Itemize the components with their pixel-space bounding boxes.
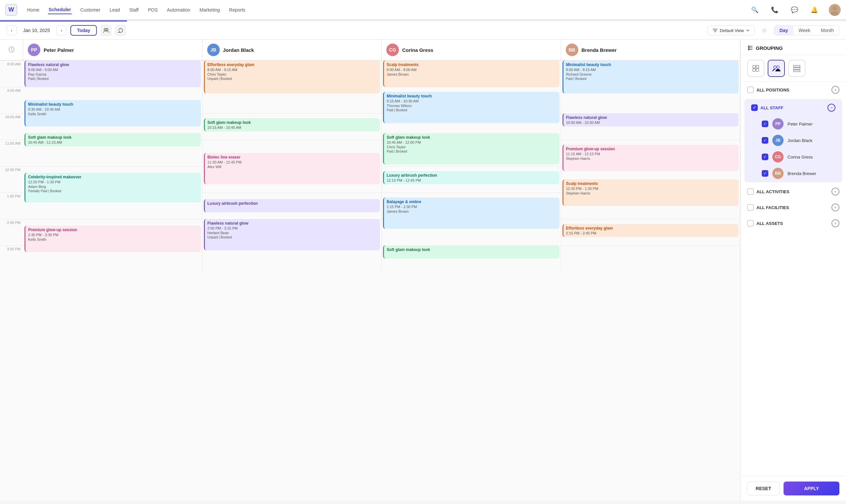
appointment-card[interactable]: Celebrity-inspired makeover12:20 PM - 1:… <box>24 173 201 202</box>
appointment-title: Balayage & ombre <box>387 199 557 204</box>
next-date-button[interactable]: › <box>56 25 67 35</box>
all-positions-checkbox[interactable] <box>747 87 754 93</box>
appointment-card[interactable]: Luxury airbrush perfection12:15 PM - 12:… <box>383 171 560 184</box>
time-label: 1:00 PM <box>0 193 23 219</box>
day-view-tab[interactable]: Day <box>774 26 793 35</box>
all-positions-expand[interactable]: + <box>831 86 840 94</box>
staff-checkbox[interactable]: ✓ <box>762 154 768 160</box>
week-view-tab[interactable]: Week <box>793 26 816 35</box>
nav-automation[interactable]: Automation <box>166 6 191 14</box>
appointment-time: 2:30 PM - 3:30 PM <box>28 233 198 237</box>
staff-list-name: Jordan Black <box>788 138 812 143</box>
refresh-icon[interactable] <box>115 25 126 36</box>
all-assets-expand[interactable]: + <box>831 219 840 227</box>
all-facilities-checkbox[interactable] <box>747 204 754 211</box>
appointment-card[interactable]: Soft glam makeup look10:15 AM - 10:45 AM <box>204 118 381 131</box>
staff-col-header: BB Brenda Brewer <box>561 40 741 60</box>
appointment-time: 11:15 AM - 12:15 PM <box>566 152 736 156</box>
appointment-status: Paid | Booked <box>28 77 198 80</box>
phone-icon[interactable]: 📞 <box>769 5 780 15</box>
nav-reports[interactable]: Reports <box>228 6 246 14</box>
staff-list-item: ✓ BB Brenda Brewer <box>744 165 842 182</box>
appointment-person: Herbert Bean <box>208 231 378 235</box>
all-staff-collapse[interactable]: − <box>828 104 835 112</box>
staff-col-header: PP Peter Palmer <box>23 40 202 60</box>
appointment-time: 12:30 PM - 1:30 PM <box>566 186 736 191</box>
appointment-time: 10:00 AM - 10:30 AM <box>566 121 736 125</box>
appointment-card[interactable]: Premium glow-up session2:30 PM - 3:30 PM… <box>24 226 201 252</box>
svg-point-15 <box>748 49 750 50</box>
staff-name: Brenda Brewer <box>582 47 617 53</box>
appointment-card[interactable]: Soft glam makeup look10:45 AM - 11:15 AM <box>24 133 201 146</box>
apply-button[interactable]: APPLY <box>783 482 840 496</box>
appointment-card[interactable]: Soft glam makeup look <box>383 246 560 258</box>
star-button[interactable]: ✩ <box>759 25 770 36</box>
appointment-card[interactable]: Flawless natural glow10:00 AM - 10:30 AM <box>562 113 739 126</box>
appointment-card[interactable]: Effortless everyday glam8:00 AM - 9:15 A… <box>204 60 381 93</box>
nav-lead[interactable]: Lead <box>109 6 121 14</box>
all-assets-checkbox[interactable] <box>747 220 754 227</box>
all-activities-checkbox[interactable] <box>747 188 754 195</box>
appointment-card[interactable]: Minimalist beauty touch9:15 AM - 10:30 A… <box>383 92 560 123</box>
appointment-title: Minimalist beauty touch <box>566 62 736 67</box>
nav-customer[interactable]: Customer <box>80 6 101 14</box>
appointment-card[interactable]: Minimalist beauty touch9:30 AM - 10:30 A… <box>24 100 201 126</box>
appointment-card[interactable]: Flawless natural glow2:00 PM - 3:15 PMHe… <box>204 219 381 250</box>
all-staff-checkbox[interactable]: ✓ <box>751 104 758 111</box>
appointment-title: Luxury airbrush perfection <box>208 201 378 206</box>
list-view-button[interactable] <box>788 60 805 77</box>
people-view-button[interactable] <box>768 60 785 77</box>
staff-checkbox[interactable]: ✓ <box>762 121 768 127</box>
svg-point-20 <box>774 66 776 68</box>
nav-staff[interactable]: Staff <box>128 6 139 14</box>
time-label: 10:00 AM <box>0 113 23 140</box>
filter-button[interactable]: Default View <box>707 25 755 35</box>
appointment-card[interactable]: Soft glam makeup look10:45 AM - 12:00 PM… <box>383 133 560 164</box>
all-staff-section[interactable]: ✓ ALL STAFF − <box>744 100 842 115</box>
appointment-card[interactable]: Balayage & ombre1:15 PM - 2:30 PMJames B… <box>383 198 560 229</box>
appointment-card[interactable]: Scalp treatments12:30 PM - 1:30 PMStephe… <box>562 179 739 206</box>
appointment-time: 8:00 AM - 9:00 AM <box>387 68 557 72</box>
staff-checkbox[interactable]: ✓ <box>762 137 768 144</box>
all-assets-section[interactable]: ALL ASSETS + <box>741 215 846 231</box>
notification-icon[interactable]: 🔔 <box>809 5 819 15</box>
nav-pos[interactable]: POS <box>147 6 158 14</box>
appointment-card[interactable]: Flawless natural glow8:00 AM - 9:00 AMRa… <box>24 60 201 87</box>
appointment-card[interactable]: Scalp treatments8:00 AM - 9:00 AMJames B… <box>383 60 560 87</box>
appointment-card[interactable]: Premium glow-up session11:15 AM - 12:15 … <box>562 145 739 171</box>
appointment-title: Luxury airbrush perfection <box>387 173 557 178</box>
appointment-title: Minimalist beauty touch <box>387 94 557 98</box>
time-label: 11:00 AM <box>0 140 23 166</box>
appointment-time: 10:45 AM - 11:15 AM <box>28 140 198 144</box>
all-facilities-expand[interactable]: + <box>831 203 840 211</box>
time-slot-cell[interactable] <box>561 246 740 272</box>
appointment-column: Flawless natural glow8:00 AM - 9:00 AMRa… <box>23 60 202 272</box>
user-avatar[interactable] <box>829 4 841 16</box>
staff-name: Jordan Black <box>223 47 254 53</box>
appointment-title: Biotec line eraser <box>208 155 378 160</box>
search-icon[interactable]: 🔍 <box>750 5 760 15</box>
svg-point-3 <box>106 29 108 30</box>
nav-home[interactable]: Home <box>27 6 40 14</box>
grid-view-button[interactable] <box>747 60 764 77</box>
appointment-title: Celebrity-inspired makeover <box>28 175 198 179</box>
nav-marketing[interactable]: Marketing <box>199 6 221 14</box>
svg-point-14 <box>748 47 750 49</box>
appointment-card[interactable]: Minimalist beauty touch8:00 AM - 9:15 AM… <box>562 60 739 93</box>
whatsapp-icon[interactable]: 💬 <box>789 5 800 15</box>
reset-button[interactable]: RESET <box>747 482 779 496</box>
appointment-card[interactable]: Biotec line eraser11:30 AM - 12:45 PMAle… <box>204 153 381 184</box>
prev-date-button[interactable]: ‹ <box>6 25 17 35</box>
appointment-person: Richard Greene <box>566 72 736 76</box>
today-button[interactable]: Today <box>70 25 97 36</box>
all-activities-expand[interactable]: + <box>831 187 840 196</box>
appointment-card[interactable]: Luxury airbrush perfection <box>204 199 381 212</box>
all-positions-section[interactable]: ALL POSITIONS + <box>741 82 846 98</box>
staff-checkbox[interactable]: ✓ <box>762 170 768 177</box>
appointment-card[interactable]: Effortless everyday glam2:15 PM - 2:45 P… <box>562 224 739 237</box>
staff-view-icon[interactable] <box>101 25 111 36</box>
nav-scheduler[interactable]: Scheduler <box>48 6 72 14</box>
all-activities-section[interactable]: ALL ACTIVITIES + <box>741 184 846 199</box>
all-facilities-section[interactable]: ALL FACILITIES + <box>741 199 846 215</box>
month-view-tab[interactable]: Month <box>816 26 839 35</box>
